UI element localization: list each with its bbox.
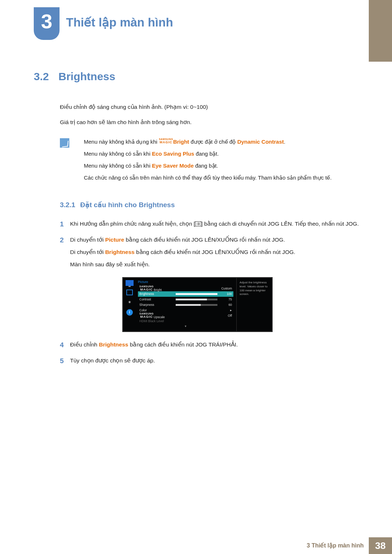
osd-row-magic-upscale: SAMSUNGMAGICUpscale Off [138,313,233,319]
note-block: Menu này không khả dụng khi SAMSUNGMAGIC… [60,138,361,186]
osd-value: Custom [220,286,232,291]
step-text: Tùy chọn được chọn sẽ được áp. [70,356,361,369]
osd-row-contrast: Contrast 75 [138,297,233,302]
intro-paragraph-1: Điều chỉnh độ sáng chung của hình ảnh. (… [60,103,361,111]
note-line-4: Các chức năng có sẵn trên màn hình có th… [84,173,361,182]
subsection-heading: 3.2.1Đặt cấu hình cho Brightness [60,200,361,210]
osd-value: Off [220,313,232,318]
footer-page-number: 38 [369,537,392,554]
section-title: Brightness [58,70,115,82]
chapter-number-badge: 3 [34,7,60,40]
steps-list-continued: 4 Điều chỉnh Brightness bằng cách điều k… [60,340,361,369]
step-5: 5 Tùy chọn được chọn sẽ được áp. [60,356,361,369]
osd-row-sharpness: Sharpness 60 [138,302,233,308]
osd-slider [176,299,217,300]
step-text: Điều chỉnh Brightness bằng cách điều khi… [70,340,361,353]
note-line-2: Menu này không có sẵn khi Eco Saving Plu… [84,149,361,158]
osd-slider [176,293,217,295]
menu-icon [195,221,201,226]
osd-label: Contrast [139,297,176,302]
note-line-1: Menu này không khả dụng khi SAMSUNGMAGIC… [84,138,361,146]
note-list: Menu này không khả dụng khi SAMSUNGMAGIC… [84,138,361,186]
information-tab-icon: i [126,309,133,316]
osd-help-panel: Adjust the brightness level. Values clos… [236,278,272,331]
steps-list: 1 Khi Hướng dẫn phím chức năng xuất hiện… [60,219,361,272]
picture-tab-icon [126,280,134,286]
subsection-number: 3.2.1 [60,200,80,210]
step-number: 4 [60,340,70,353]
step-text: Di chuyển tới Picture bằng cách điều khi… [70,235,361,272]
osd-row-hdmi-black-level: HDMI Black Level [138,319,233,324]
page-footer: 3 Thiết lập màn hình 38 [0,537,392,554]
osd-title: Picture [138,280,233,285]
subsection-title: Đặt cấu hình cho Brightness [80,201,175,209]
samsung-magic-logo: SAMSUNGMAGIC [159,138,173,144]
page-edge-stripe [369,0,392,62]
osd-value: 100 [220,292,232,296]
osd-arrow-icon: ▸ [220,308,232,313]
osd-main: Picture SAMSUNGMAGICBright Custom Bright… [136,278,236,331]
note-icon [60,138,69,148]
section-number: 3.2 [34,68,58,85]
osd-label: HDMI Black Level [139,319,176,324]
step-number: 2 [60,235,70,272]
chapter-title: Thiết lập màn hình [66,13,173,32]
step-2: 2 Di chuyển tới Picture bằng cách điều k… [60,235,361,272]
osd-slider [176,304,217,306]
osd-sidebar: ✶ i [123,278,136,331]
step-text: Khi Hướng dẫn phím chức năng xuất hiện, … [70,219,361,232]
note-line-3: Menu này không có sẵn khi Eye Saver Mode… [84,161,361,170]
osd-scroll-down-icon: ▾ [138,324,233,328]
footer-chapter-label: 3 Thiết lập màn hình [307,541,369,550]
step-4: 4 Điều chỉnh Brightness bằng cách điều k… [60,340,361,353]
section-heading: 3.2Brightness [34,68,361,85]
intro-paragraph-2: Giá trị cao hơn sẽ làm cho hình ảnh trôn… [60,118,361,127]
step-number: 1 [60,219,70,232]
step-number: 5 [60,356,70,369]
osd-label: Sharpness [139,303,176,307]
osd-label: Brightness [139,292,176,296]
osd-value: 60 [220,303,232,307]
osd-value: 75 [220,297,232,302]
osd-row-magic-bright: SAMSUNGMAGICBright Custom [138,286,233,291]
osd-row-brightness: Brightness 100 [138,291,233,297]
step-1: 1 Khi Hướng dẫn phím chức năng xuất hiện… [60,219,361,232]
settings-tab-icon: ✶ [126,299,134,305]
onscreen-display-tab-icon [126,290,133,295]
osd-screenshot: ✶ i Picture SAMSUNGMAGICBright Custom Br… [123,278,272,332]
